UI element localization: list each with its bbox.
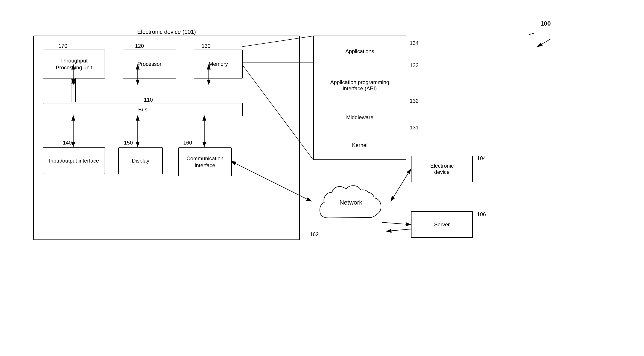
comm-box: Communicationinterface [178,147,232,176]
display-label: Display [132,157,150,164]
network-ref: 162 [310,231,319,238]
network-cloud: Network [311,173,391,229]
server-label: Server [434,222,450,228]
tpu-ref: 170 [58,43,67,49]
ref-132: 132 [410,98,418,104]
tpu-box: ThroughputProcessing unit [43,50,105,79]
svg-line-23 [538,39,551,47]
svg-line-20 [391,169,411,201]
comm-ref: 160 [183,140,192,146]
memory-box: Memory [194,50,243,79]
ref-131: 131 [410,124,418,131]
ref-134: 134 [410,40,418,46]
processor-ref: 120 [135,43,144,49]
comm-label: Communicationinterface [186,155,224,169]
stack-middleware: Middleware [314,104,406,131]
svg-line-22 [386,229,411,231]
memory-label: Memory [209,61,228,67]
electronic-device-box: Electronic device (101) ThroughputProces… [33,36,300,240]
server-ref: 106 [477,211,486,218]
bus-label: Bus [138,106,147,113]
tpu-label: ThroughputProcessing unit [56,57,92,71]
stack-kernel: Kernel [314,131,406,159]
diagram-container: 100 ↙ Electronic device (101) Throughput… [22,18,622,347]
processor-box: Processor [123,50,176,79]
kernel-label: Kernel [352,142,367,148]
electronic-device-label: Electronic device (101) [136,29,198,35]
bus-ref: 110 [144,97,153,103]
memory-ref: 130 [202,43,210,49]
memory-stack: Applications Application programminginte… [313,36,406,160]
api-label: Application programminginterface (API) [330,79,389,92]
io-box: Input/output interface [43,147,105,174]
bus-box: Bus [43,103,243,116]
arrow-100-icon: ↙ [528,29,536,38]
ref-133: 133 [410,62,418,69]
middleware-label: Middleware [346,114,374,120]
display-box: Display [118,147,163,174]
ext-device-box: Electronicdevice [411,156,473,182]
processor-label: Processor [138,61,162,67]
ext-device-ref: 104 [477,155,486,161]
stack-api: Application programminginterface (API) [314,67,406,104]
io-label: Input/output interface [49,157,99,164]
applications-label: Applications [345,48,374,55]
ref-100: 100 [540,20,551,27]
io-ref: 140 [63,140,72,146]
stack-applications: Applications [314,36,406,67]
svg-text:Network: Network [340,199,363,206]
display-ref: 150 [124,140,133,146]
ext-device-label: Electronicdevice [430,163,454,175]
server-box: Server [411,211,473,238]
